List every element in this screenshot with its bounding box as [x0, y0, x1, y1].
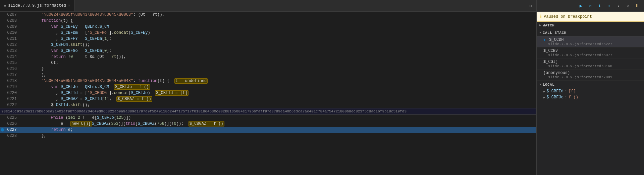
line-content-6222: $ CBFId.shift(); [21, 102, 536, 108]
notice-text: Paused on breakpoint [544, 14, 592, 19]
tab-close-button[interactable]: × [68, 4, 70, 8]
breakpoint-gutter-6213[interactable] [0, 48, 5, 54]
local-var-1[interactable]: ▶ $ CBFJo : f () [537, 94, 644, 100]
breakpoint-gutter-6208[interactable] [0, 18, 5, 24]
watch-chevron-icon: ▶ [539, 23, 541, 27]
step-into-button[interactable]: ⬇ [596, 2, 604, 10]
frame-name-0: ◆ $_CCDH [543, 37, 641, 42]
data-bar-content: 93e145c93a2da1176b0c6ea2a401af9bfb00da20… [1, 109, 407, 113]
breakpoint-gutter-6226[interactable] [0, 121, 5, 127]
line-number-6219: 6219 [5, 84, 21, 90]
line-number-6217: 6217 [5, 72, 21, 78]
watch-section-label: Watch [543, 23, 555, 27]
breakpoint-gutter-6217[interactable] [0, 72, 5, 78]
call-stack-frame-3[interactable]: (anonymous) slide.7.8.9.js:formatted:780… [537, 70, 644, 81]
tab-controls: ⊟ [528, 3, 534, 9]
code-line-6219: 6219 var $_CBFJo = QBLnx.$_CM $_CBFJo = … [0, 84, 536, 90]
breakpoint-gutter-6214[interactable] [0, 54, 5, 60]
step-over-button[interactable]: ↺ [586, 2, 594, 10]
breakpoint-gutter-6216[interactable] [0, 66, 5, 72]
line-content-6226: e = new U()[$_CBGAZ(353)](this[$_CBGAZ(7… [21, 121, 536, 127]
deactivate-breakpoints-button[interactable]: ⊘ [624, 2, 632, 10]
code-lines: 6207 "\u0024\u005f\u0043\u0043\u0045\u00… [0, 12, 536, 175]
code-line-6210: 6210 , $_CBFDm = ['$_CBFHo'].concat($_CB… [0, 30, 536, 36]
line-content-6214: return !0 === t && (Ot = rt()), [21, 54, 536, 60]
line-number-6207: 6207 [5, 12, 21, 18]
local-var-0[interactable]: ▶ $_CBFId : [f] [537, 88, 644, 94]
breakpoint-gutter-6218[interactable] [0, 78, 5, 84]
breakpoint-gutter-6211[interactable] [0, 36, 5, 42]
breakpoint-gutter-6225[interactable] [0, 115, 5, 121]
code-line-6207: 6207 "\u0024\u005f\u0043\u0043\u0045\u00… [0, 12, 536, 18]
breakpoint-gutter-6228[interactable] [0, 133, 5, 139]
call-stack-frame-2[interactable]: $_CGIj slide.7.8.9.js:formatted:8168 [537, 59, 644, 70]
breakpoint-gutter-6227[interactable] [0, 127, 5, 133]
local-expand-icon-1[interactable]: ▶ [543, 96, 545, 99]
code-line-6216: 6216 } [0, 66, 536, 72]
code-line-6212: 6212 $_CBFDm.shift(); [0, 42, 536, 48]
line-number-6228: 6228 [5, 133, 21, 139]
local-section-header[interactable]: ▼ Local [537, 81, 644, 88]
line-content-6209: var $_CBFEy = QBLnx.$_CM [21, 24, 536, 30]
line-number-6225: 6225 [5, 115, 21, 121]
split-editor-button[interactable]: ⊟ [528, 3, 534, 9]
line-content-6211: , $_CBFFY = $_CBFDm[1]; [21, 36, 536, 42]
breakpoint-gutter-6219[interactable] [0, 84, 5, 90]
code-line-6228: 6228 }, [0, 133, 536, 139]
code-line-6213: 6213 var $_CBFGo = $_CBFDm[0]; [0, 48, 536, 54]
line-number-6212: 6212 [5, 42, 21, 48]
line-content-6227: return e; [21, 127, 536, 133]
line-number-6209: 6209 [5, 24, 21, 30]
local-section: ▼ Local ▶ $_CBFId : [f] ▶ $ CBFJo : f () [537, 81, 644, 100]
code-line-6220: 6220 , $_CBFId = ['$_CBGCG'].concat($_CB… [0, 90, 536, 96]
line-content-6218: "\u0024\u005f\u0043\u0043\u0044\u0048": … [21, 78, 536, 84]
pause-button[interactable]: ⏸ [633, 2, 641, 10]
frame-name-2: $_CGIj [543, 60, 641, 64]
tab-icon: ▣ [4, 4, 6, 8]
frame-location-3: slide.7.8.9.js:formatted:7801 [543, 75, 641, 79]
local-var-colon-1: : [565, 95, 567, 100]
local-var-name-1: $ CBFJo [546, 95, 563, 100]
line-number-6222: 6222 [5, 102, 21, 108]
frame-name-1: $_CCBv [543, 49, 641, 53]
breakpoint-gutter-6222[interactable] [0, 102, 5, 108]
file-tab[interactable]: ▣ slide.7.8.9.js:formatted × [0, 0, 74, 11]
line-number-6213: 6213 [5, 48, 21, 54]
call-stack-frame-0[interactable]: ◆ $_CCDH slide.7.8.9.js:formatted:6227 [537, 36, 644, 48]
code-line-6218: 6218 "\u0024\u005f\u0043\u0043\u0044\u00… [0, 78, 536, 84]
breakpoint-gutter-6215[interactable] [0, 60, 5, 66]
debug-panel: ▶ ↺ ⬇ ⬆ ↕ ⊘ ⏸ ℹ Paused on breakpoint ▶ W… [537, 0, 644, 175]
breakpoint-gutter-6220[interactable] [0, 90, 5, 96]
breakpoint-gutter-6221[interactable] [0, 96, 5, 102]
call-stack-frame-1[interactable]: $_CCBv slide.7.8.9.js:formatted:6077 [537, 48, 644, 59]
line-number-6214: 6214 [5, 54, 21, 60]
line-number-6210: 6210 [5, 30, 21, 36]
code-line-6211: 6211 , $_CBFFY = $_CBFDm[1]; [0, 36, 536, 42]
breakpoint-indicator-6227 [1, 128, 4, 132]
notice-icon: ℹ [540, 14, 542, 19]
line-number-6226: 6226 [5, 121, 21, 127]
data-bar: 93e145c93a2da1176b0c6ea2a401af9bfb00da20… [0, 108, 536, 115]
watch-section-header[interactable]: ▶ Watch [537, 22, 644, 29]
line-content-6213: var $_CBFGo = $_CBFDm[0]; [21, 48, 536, 54]
local-var-value-1: f () [569, 95, 578, 100]
line-number-6221: 6221 [5, 96, 21, 102]
line-content-6219: var $_CBFJo = QBLnx.$_CM $_CBFJo = f () [21, 84, 536, 90]
line-number-6211: 6211 [5, 36, 21, 42]
step-out-button[interactable]: ⬆ [605, 2, 613, 10]
call-stack-section-header[interactable]: ▼ Call Stack [537, 29, 644, 36]
line-number-6208: 6208 [5, 18, 21, 24]
local-expand-icon-0[interactable]: ▶ [543, 90, 545, 93]
continue-button[interactable]: ▶ [577, 2, 585, 10]
line-content-6217: ), [21, 72, 536, 78]
frame-location-2: slide.7.8.9.js:formatted:8168 [543, 64, 641, 68]
line-number-6227: 6227 [5, 127, 21, 133]
breakpoint-gutter-6209[interactable] [0, 24, 5, 30]
breakpoint-gutter-6207[interactable] [0, 12, 5, 18]
restart-frame-button[interactable]: ↕ [614, 2, 623, 10]
breakpoint-gutter-6212[interactable] [0, 42, 5, 48]
breakpoint-gutter-6210[interactable] [0, 30, 5, 36]
line-content-6228: }, [21, 133, 536, 139]
local-chevron-icon: ▼ [539, 83, 541, 86]
code-line-6209: 6209 var $_CBFEy = QBLnx.$_CM [0, 24, 536, 30]
